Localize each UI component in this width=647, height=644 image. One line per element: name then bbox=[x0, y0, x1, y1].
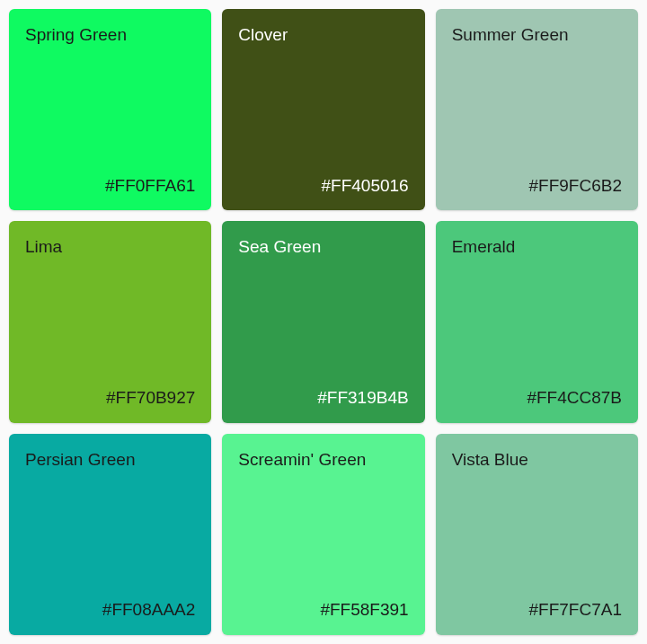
color-swatch[interactable]: Screamin' Green #FF58F391 bbox=[222, 434, 424, 635]
swatch-code: #FF70B927 bbox=[25, 388, 195, 409]
color-swatch[interactable]: Vista Blue #FF7FC7A1 bbox=[436, 434, 638, 635]
swatch-name: Lima bbox=[25, 237, 195, 258]
swatch-code: #FF405016 bbox=[238, 176, 408, 197]
swatch-name: Screamin' Green bbox=[238, 450, 408, 471]
swatch-code: #FF0FFA61 bbox=[25, 176, 195, 197]
swatch-code: #FF7FC7A1 bbox=[452, 600, 622, 621]
swatch-code: #FF9FC6B2 bbox=[452, 176, 622, 197]
color-swatch[interactable]: Spring Green #FF0FFA61 bbox=[9, 9, 211, 210]
swatch-name: Summer Green bbox=[452, 25, 622, 46]
color-swatch[interactable]: Sea Green #FF319B4B bbox=[222, 221, 424, 422]
swatch-name: Spring Green bbox=[25, 25, 195, 46]
color-swatch[interactable]: Summer Green #FF9FC6B2 bbox=[436, 9, 638, 210]
swatch-name: Clover bbox=[238, 25, 408, 46]
swatch-name: Vista Blue bbox=[452, 450, 622, 471]
color-swatch[interactable]: Clover #FF405016 bbox=[222, 9, 424, 210]
color-swatch[interactable]: Emerald #FF4CC87B bbox=[436, 221, 638, 422]
swatch-name: Emerald bbox=[452, 237, 622, 258]
swatch-code: #FF08AAA2 bbox=[25, 600, 195, 621]
swatch-code: #FF58F391 bbox=[238, 600, 408, 621]
swatch-name: Persian Green bbox=[25, 450, 195, 471]
swatch-code: #FF4CC87B bbox=[452, 388, 622, 409]
swatch-name: Sea Green bbox=[238, 237, 408, 258]
swatch-code: #FF319B4B bbox=[238, 388, 408, 409]
color-swatch-grid: Spring Green #FF0FFA61 Clover #FF405016 … bbox=[0, 0, 647, 644]
color-swatch[interactable]: Persian Green #FF08AAA2 bbox=[9, 434, 211, 635]
color-swatch[interactable]: Lima #FF70B927 bbox=[9, 221, 211, 422]
